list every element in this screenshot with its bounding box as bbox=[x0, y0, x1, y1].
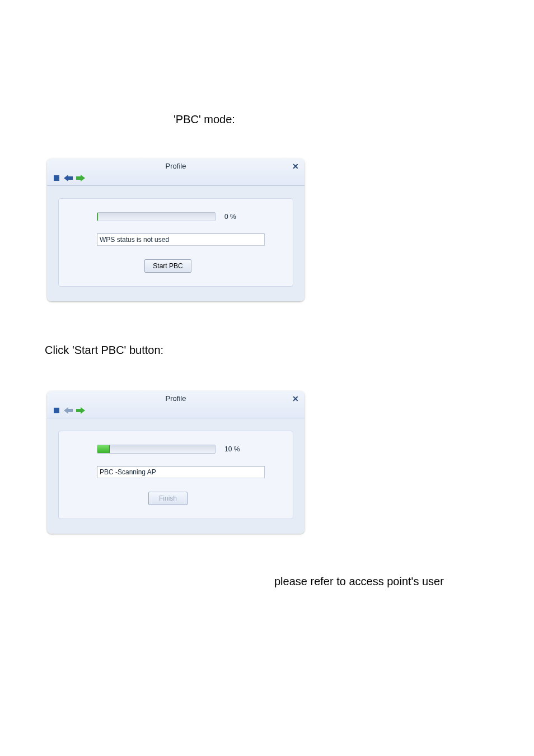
svg-marker-2 bbox=[76, 175, 85, 181]
content-panel: 10 % PBC -Scanning AP Finish bbox=[58, 431, 293, 519]
finish-button: Finish bbox=[148, 492, 188, 505]
progress-bar bbox=[97, 445, 216, 454]
back-arrow-icon[interactable] bbox=[64, 407, 73, 414]
close-icon[interactable]: ✕ bbox=[292, 162, 299, 171]
stop-icon[interactable] bbox=[53, 407, 60, 414]
svg-rect-3 bbox=[54, 408, 59, 413]
progress-fill bbox=[97, 213, 98, 221]
start-pbc-button[interactable]: Start PBC bbox=[144, 259, 191, 273]
wps-status-field: PBC -Scanning AP bbox=[97, 466, 265, 478]
window-title: Profile bbox=[47, 162, 305, 170]
window-title: Profile bbox=[47, 394, 305, 403]
progress-bar bbox=[97, 212, 216, 221]
forward-arrow-icon[interactable] bbox=[76, 174, 85, 182]
wps-status-field: WPS status is not used bbox=[97, 234, 265, 246]
svg-rect-0 bbox=[54, 175, 59, 181]
toolbar-icons bbox=[53, 174, 85, 182]
svg-marker-5 bbox=[76, 407, 85, 414]
svg-marker-1 bbox=[64, 175, 73, 181]
text-mode-label: 'PBC' mode: bbox=[45, 111, 489, 128]
progress-percent-label: 0 % bbox=[224, 213, 236, 221]
progress-fill bbox=[97, 445, 110, 453]
close-icon[interactable]: ✕ bbox=[292, 394, 299, 403]
text-instruction-refer: please refer to access point's user bbox=[45, 573, 489, 590]
text-instruction-click: Click 'Start PBC' button: bbox=[45, 342, 489, 358]
titlebar: Profile ✕ bbox=[47, 391, 305, 418]
profile-window-1: Profile ✕ bbox=[47, 158, 305, 301]
svg-marker-4 bbox=[64, 407, 73, 414]
forward-arrow-icon[interactable] bbox=[76, 407, 85, 414]
titlebar: Profile ✕ bbox=[47, 158, 305, 186]
back-arrow-icon[interactable] bbox=[64, 174, 73, 182]
progress-percent-label: 10 % bbox=[224, 445, 240, 453]
profile-window-2: Profile ✕ bbox=[47, 391, 305, 534]
toolbar-icons bbox=[53, 407, 85, 414]
stop-icon[interactable] bbox=[53, 174, 60, 182]
content-panel: 0 % WPS status is not used Start PBC bbox=[58, 198, 293, 287]
